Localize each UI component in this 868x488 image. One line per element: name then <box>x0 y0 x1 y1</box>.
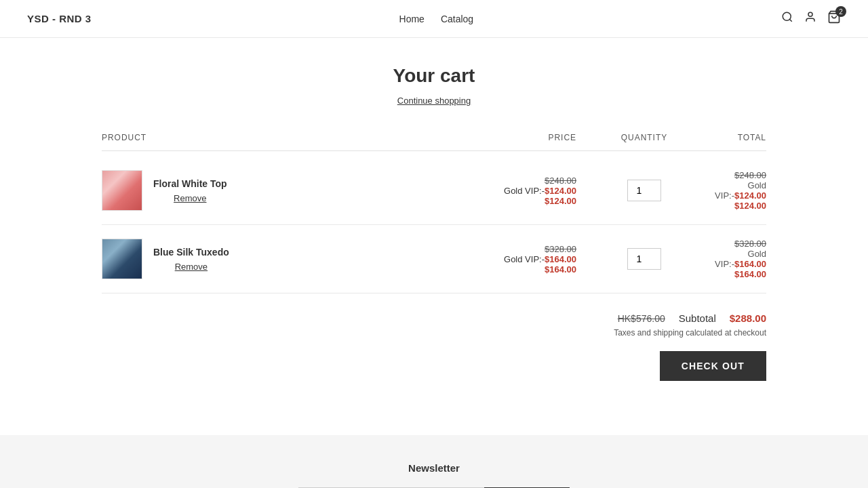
item-product-col: Blue Silk Tuxedo Remove <box>102 239 481 279</box>
price-original: $248.00 <box>481 176 576 186</box>
subtotal-label: Subtotal <box>679 312 716 324</box>
subtotal-original: HK$576.00 <box>618 313 665 324</box>
quantity-input[interactable] <box>627 248 661 270</box>
total-original: $328.00 <box>685 239 766 249</box>
price-gold-vip-amount: $124.00 <box>545 186 576 196</box>
continue-shopping-link[interactable]: Continue shopping <box>397 96 471 106</box>
subtotal-row: HK$576.00 Subtotal $288.00 <box>618 312 766 324</box>
price-current: $124.00 <box>481 196 576 206</box>
item-image-floral-white-top <box>102 170 142 211</box>
cart-icon[interactable]: 2 <box>827 10 841 27</box>
item-total-col: $248.00 Gold VIP:-$124.00 $124.00 <box>685 170 766 211</box>
site-footer: Newsletter SUBSCRIBE <box>0 435 868 488</box>
user-icon[interactable] <box>804 11 816 26</box>
svg-point-0 <box>783 12 791 20</box>
header-price: PRICE <box>481 133 604 142</box>
cart-items-list: Floral White Top Remove $248.00 Gold VIP… <box>102 157 766 293</box>
cart-count-badge: 2 <box>835 6 846 17</box>
header-quantity: QUANTITY <box>604 133 685 142</box>
search-icon[interactable] <box>781 11 793 26</box>
main-content: Your cart Continue shopping PRODUCT PRIC… <box>88 38 780 435</box>
total-gold-label: Gold <box>685 249 766 259</box>
remove-item-button[interactable]: Remove <box>153 193 227 203</box>
total-current: $124.00 <box>685 201 766 211</box>
header-icons: 2 <box>781 10 841 27</box>
item-name: Blue Silk Tuxedo <box>153 247 229 258</box>
nav-home[interactable]: Home <box>399 14 425 24</box>
total-current: $164.00 <box>685 269 766 279</box>
item-price-col: $248.00 Gold VIP:-$124.00 $124.00 <box>481 176 604 206</box>
page-title: Your cart <box>102 65 766 87</box>
total-vip-amount: $164.00 <box>734 259 766 269</box>
svg-line-1 <box>789 19 791 21</box>
total-vip-label: VIP:-$164.00 <box>685 259 766 269</box>
newsletter-title: Newsletter <box>298 462 570 474</box>
table-row: Blue Silk Tuxedo Remove $328.00 Gold VIP… <box>102 225 766 293</box>
site-header: YSD - RND 3 Home Catalog 2 <box>0 0 868 38</box>
nav-catalog[interactable]: Catalog <box>441 14 473 24</box>
newsletter-section: Newsletter SUBSCRIBE <box>298 462 570 488</box>
table-row: Floral White Top Remove $248.00 Gold VIP… <box>102 157 766 225</box>
brand-logo[interactable]: YSD - RND 3 <box>27 13 92 24</box>
svg-point-2 <box>808 12 812 16</box>
item-info: Floral White Top Remove <box>153 178 227 203</box>
item-total-col: $328.00 Gold VIP:-$164.00 $164.00 <box>685 239 766 279</box>
price-current: $164.00 <box>481 264 576 274</box>
item-price-col: $328.00 Gold VIP:-$164.00 $164.00 <box>481 244 604 274</box>
item-quantity-col <box>604 180 685 201</box>
tax-note: Taxes and shipping calculated at checkou… <box>614 328 766 338</box>
total-gold-label: Gold <box>685 180 766 190</box>
header-product: PRODUCT <box>102 133 481 142</box>
item-quantity-col <box>604 248 685 270</box>
price-gold-vip-label: Gold VIP:-$124.00 <box>481 186 576 196</box>
item-info: Blue Silk Tuxedo Remove <box>153 247 229 272</box>
price-gold-vip-amount: $164.00 <box>545 254 576 264</box>
total-vip-amount: $124.00 <box>734 190 766 201</box>
continue-shopping-container: Continue shopping <box>102 95 766 106</box>
cart-summary: HK$576.00 Subtotal $288.00 Taxes and shi… <box>102 293 766 394</box>
item-image-blue-silk-tuxedo <box>102 239 142 279</box>
header-total: TOTAL <box>685 133 766 142</box>
total-vip-label: VIP:-$124.00 <box>685 190 766 201</box>
main-nav: Home Catalog <box>399 14 474 24</box>
item-product-col: Floral White Top Remove <box>102 170 481 211</box>
checkout-button[interactable]: CHECK OUT <box>660 351 766 381</box>
cart-table-headers: PRODUCT PRICE QUANTITY TOTAL <box>102 133 766 151</box>
remove-item-button[interactable]: Remove <box>153 262 229 272</box>
total-original: $248.00 <box>685 170 766 180</box>
quantity-input[interactable] <box>627 180 661 201</box>
price-original: $328.00 <box>481 244 576 254</box>
price-gold-vip-label: Gold VIP:-$164.00 <box>481 254 576 264</box>
item-name: Floral White Top <box>153 178 227 189</box>
subtotal-amount: $288.00 <box>730 312 766 324</box>
